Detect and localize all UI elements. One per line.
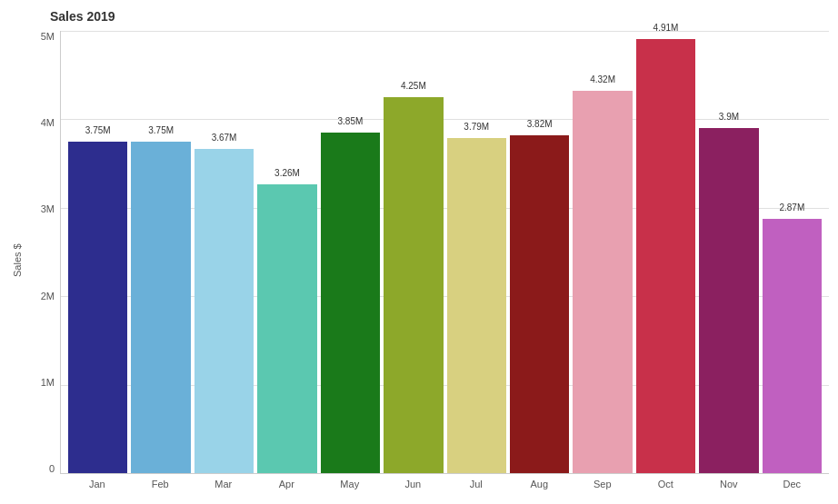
bar-value-label: 3.82M bbox=[527, 119, 553, 129]
bar-column: 3.9M bbox=[699, 31, 758, 473]
chart-container: Sales 2019 Sales $ 5M4M3M2M1M0 3.75M3.75… bbox=[0, 0, 838, 504]
x-tick-jun: Jun bbox=[384, 474, 444, 489]
x-tick-feb: Feb bbox=[131, 474, 191, 489]
bar-dec[interactable]: 2.87M bbox=[763, 219, 822, 473]
bar-column: 3.79M bbox=[447, 31, 506, 473]
bar-value-label: 3.9M bbox=[719, 112, 739, 122]
chart-title: Sales 2019 bbox=[50, 9, 829, 24]
bar-value-label: 3.79M bbox=[464, 122, 489, 132]
x-tick-aug: Aug bbox=[510, 474, 570, 489]
bar-value-label: 4.32M bbox=[590, 74, 615, 84]
bar-column: 2.87M bbox=[763, 31, 822, 473]
bar-value-label: 3.67M bbox=[212, 133, 237, 143]
bar-column: 3.82M bbox=[510, 31, 569, 473]
bar-value-label: 3.75M bbox=[148, 125, 174, 135]
bar-column: 3.75M bbox=[131, 31, 190, 473]
bar-aug[interactable]: 3.82M bbox=[510, 135, 569, 473]
y-tick: 3M bbox=[41, 203, 55, 214]
plot-area: 5M4M3M2M1M0 3.75M3.75M3.67M3.26M3.85M4.2… bbox=[25, 31, 829, 474]
bar-sep[interactable]: 4.32M bbox=[573, 91, 632, 473]
x-tick-jul: Jul bbox=[446, 474, 506, 489]
y-tick: 2M bbox=[41, 291, 55, 301]
bar-column: 4.32M bbox=[573, 31, 632, 473]
y-tick: 1M bbox=[41, 377, 55, 388]
bar-column: 3.85M bbox=[321, 31, 380, 473]
bar-oct[interactable]: 4.91M bbox=[636, 39, 695, 473]
y-tick: 5M bbox=[41, 31, 55, 42]
bar-column: 4.91M bbox=[636, 31, 695, 473]
x-tick-dec: Dec bbox=[763, 474, 823, 489]
bar-nov[interactable]: 3.9M bbox=[699, 128, 758, 473]
bar-jan[interactable]: 3.75M bbox=[68, 142, 127, 473]
x-tick-nov: Nov bbox=[699, 474, 759, 489]
bar-value-label: 3.75M bbox=[85, 125, 111, 135]
bars-group: 3.75M3.75M3.67M3.26M3.85M4.25M3.79M3.82M… bbox=[61, 31, 829, 473]
bar-column: 3.75M bbox=[68, 31, 127, 473]
x-tick-sep: Sep bbox=[573, 474, 633, 489]
bar-value-label: 4.25M bbox=[401, 81, 426, 91]
bar-feb[interactable]: 3.75M bbox=[131, 142, 190, 473]
bar-jun[interactable]: 4.25M bbox=[384, 97, 443, 473]
x-tick-may: May bbox=[320, 474, 380, 489]
y-axis: 5M4M3M2M1M0 bbox=[25, 31, 60, 474]
bar-value-label: 3.85M bbox=[337, 116, 363, 126]
bars-wrapper: 3.75M3.75M3.67M3.26M3.85M4.25M3.79M3.82M… bbox=[60, 31, 829, 474]
bar-column: 4.25M bbox=[384, 31, 443, 473]
y-tick: 0 bbox=[49, 463, 55, 474]
bar-column: 3.26M bbox=[257, 31, 316, 473]
x-tick-mar: Mar bbox=[194, 474, 254, 489]
x-tick-jan: Jan bbox=[67, 474, 127, 489]
bar-may[interactable]: 3.85M bbox=[321, 133, 380, 473]
bar-value-label: 2.87M bbox=[779, 203, 804, 212]
bar-apr[interactable]: 3.26M bbox=[257, 184, 316, 473]
bar-value-label: 4.91M bbox=[653, 23, 679, 33]
bar-mar[interactable]: 3.67M bbox=[195, 149, 254, 473]
x-tick-apr: Apr bbox=[257, 474, 317, 489]
x-tick-oct: Oct bbox=[636, 474, 696, 489]
bar-column: 3.67M bbox=[195, 31, 254, 473]
bar-jul[interactable]: 3.79M bbox=[447, 138, 506, 473]
x-axis: JanFebMarAprMayJunJulAugSepOctNovDec bbox=[60, 474, 829, 489]
chart-area: Sales $ 5M4M3M2M1M0 3.75M3.75M3.67M3.26M… bbox=[9, 31, 829, 489]
y-axis-label: Sales $ bbox=[9, 31, 25, 489]
bar-value-label: 3.26M bbox=[274, 168, 300, 178]
chart-inner: 5M4M3M2M1M0 3.75M3.75M3.67M3.26M3.85M4.2… bbox=[25, 31, 829, 489]
y-tick: 4M bbox=[41, 117, 55, 128]
